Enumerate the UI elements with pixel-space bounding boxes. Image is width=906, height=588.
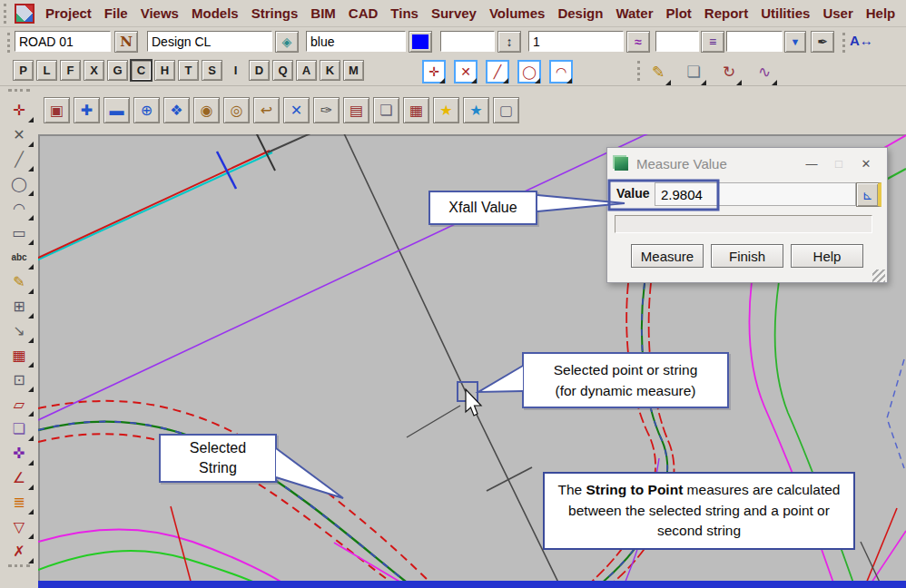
angle-point-icon[interactable]: ∠ <box>5 467 33 488</box>
dropdown-button[interactable]: ▼ <box>784 31 806 53</box>
zoom-window-icon[interactable]: ◉ <box>193 97 220 123</box>
menu-views[interactable]: Views <box>141 5 179 21</box>
string-blue-zigzag[interactable] <box>887 359 904 468</box>
cad-mode-p[interactable]: P <box>13 60 34 81</box>
zoom-extents-icon[interactable]: ⊕ <box>133 97 160 123</box>
snap-arc-icon[interactable]: ◠ <box>549 60 573 83</box>
menu-project[interactable]: Project <box>45 5 92 21</box>
menu-user[interactable]: User <box>822 5 852 21</box>
maximize-button[interactable]: □ <box>825 157 852 171</box>
minimize-button[interactable]: — <box>798 157 825 171</box>
trace-button[interactable]: ≈ <box>626 31 650 53</box>
cad-mode-x[interactable]: X <box>84 60 104 81</box>
menu-bim[interactable]: BIM <box>310 5 336 21</box>
value-input[interactable] <box>655 182 856 206</box>
zoom-out-icon[interactable]: ▬ <box>103 97 130 123</box>
insert-image-icon[interactable]: ❏ <box>5 418 33 439</box>
layers-icon-button[interactable]: ◈ <box>275 31 299 53</box>
menu-file[interactable]: File <box>104 5 128 21</box>
delete-point-icon[interactable]: ✗ <box>5 541 33 562</box>
model-list-button[interactable]: N <box>114 31 138 53</box>
new-view-icon[interactable]: ▢ <box>493 97 519 123</box>
snap-point-icon[interactable]: ✛ <box>422 60 446 83</box>
colour-swatch-button[interactable] <box>409 31 432 53</box>
redraw-string-icon[interactable]: ↻ <box>717 60 741 83</box>
create-rectangle-icon[interactable]: ▭ <box>5 222 33 243</box>
string-red-steep[interactable] <box>171 506 192 581</box>
snap-circle-icon[interactable]: ◯ <box>517 60 541 83</box>
tinable-input[interactable] <box>726 31 783 52</box>
measure-distance-icon[interactable]: ↘ <box>5 320 33 341</box>
print-icon[interactable]: ▤ <box>343 97 369 123</box>
cad-mode-i[interactable]: I <box>225 60 246 81</box>
colour-input[interactable] <box>306 31 406 52</box>
linestyle-button[interactable]: ≡ <box>701 31 724 53</box>
menu-tins[interactable]: Tins <box>390 5 419 21</box>
menu-utilities[interactable]: Utilities <box>761 5 810 21</box>
menu-cad[interactable]: CAD <box>349 5 379 21</box>
string-magenta-arc[interactable] <box>38 529 291 581</box>
redraw-cancel-icon[interactable]: ✕ <box>283 97 310 123</box>
tick-cross[interactable] <box>487 467 532 491</box>
string-green-arc[interactable] <box>38 551 267 581</box>
height-z-button[interactable]: ↕ <box>497 31 521 53</box>
toolbar-grip[interactable] <box>4 4 10 24</box>
menu-water[interactable]: Water <box>615 5 653 21</box>
string-colours-icon[interactable]: ≣ <box>5 492 33 513</box>
measure-button[interactable]: Measure <box>631 244 704 268</box>
model-input[interactable] <box>15 31 111 52</box>
draw-string-pencil-icon[interactable]: ✎ <box>646 60 670 83</box>
toolbar-grip[interactable] <box>8 564 30 571</box>
menu-strings[interactable]: Strings <box>251 5 299 21</box>
coloured-string-icon[interactable]: ∿ <box>753 60 776 83</box>
close-icon[interactable]: ✕ <box>852 157 880 171</box>
plot-frame-icon[interactable]: ▣ <box>44 97 70 123</box>
toolbar-grip[interactable] <box>7 33 14 53</box>
string-red-straight[interactable] <box>38 151 270 259</box>
menu-survey[interactable]: Survey <box>431 5 477 21</box>
cad-mode-a[interactable]: A <box>296 60 317 81</box>
create-text-icon[interactable]: abc <box>5 247 33 268</box>
resize-grip[interactable] <box>872 270 885 282</box>
view-grid-icon[interactable]: ▦ <box>403 97 429 123</box>
chainage-input[interactable] <box>528 31 624 52</box>
create-point-icon[interactable]: ✛ <box>5 100 33 121</box>
toolbar-grip[interactable] <box>8 89 30 95</box>
copy-view-icon[interactable]: ❏ <box>373 97 399 123</box>
paper-sheet-icon[interactable]: ❏ <box>682 60 705 83</box>
cad-mode-l[interactable]: L <box>36 60 57 81</box>
create-symbol-icon[interactable]: ✎ <box>5 271 33 292</box>
measure-tool-button[interactable]: ⊾ <box>856 182 881 207</box>
create-circle-icon[interactable]: ◯ <box>5 173 33 194</box>
zoom-in-icon[interactable]: ✚ <box>74 97 100 123</box>
cad-mode-d[interactable]: D <box>249 60 270 81</box>
pan-icon[interactable]: ❖ <box>163 97 190 123</box>
menu-help[interactable]: Help <box>866 5 896 21</box>
string-cyan-underlay[interactable] <box>38 152 272 260</box>
string-name-input[interactable] <box>147 31 272 52</box>
create-line-icon[interactable]: ╱ <box>5 149 33 170</box>
polygon-boundary-icon[interactable]: ▽ <box>5 516 33 537</box>
polygon-shape-icon[interactable]: ▱ <box>5 394 33 415</box>
finish-button[interactable]: Finish <box>711 244 783 268</box>
create-arc-icon[interactable]: ◠ <box>5 198 33 219</box>
cad-mode-h[interactable]: H <box>154 60 175 81</box>
move-translate-icon[interactable]: ✜ <box>5 443 33 464</box>
cad-mode-g[interactable]: G <box>107 60 128 81</box>
star-blue-icon[interactable]: ★ <box>463 97 489 123</box>
linestyle-input[interactable] <box>655 31 699 52</box>
snap-line-icon[interactable]: ╱ <box>486 60 509 83</box>
point-to-box-icon[interactable]: ⊞ <box>5 296 33 317</box>
menu-plot[interactable]: Plot <box>666 5 692 21</box>
snap-cross-icon[interactable]: ✕ <box>454 60 478 83</box>
cad-mode-m[interactable]: M <box>343 60 364 81</box>
cad-mode-f[interactable]: F <box>60 60 81 81</box>
dialog-titlebar[interactable]: Measure Value — □ ✕ <box>607 148 887 179</box>
create-cross-icon[interactable]: ✕ <box>5 124 33 145</box>
menu-models[interactable]: Models <box>192 5 239 21</box>
string-magenta-corner-bottom[interactable] <box>868 531 906 581</box>
eyedropper-button[interactable]: ✒ <box>811 31 834 53</box>
zoom-previous-icon[interactable]: ↩ <box>253 97 280 123</box>
string-dark-extension[interactable] <box>268 134 310 152</box>
cad-mode-c[interactable]: C <box>131 60 152 81</box>
